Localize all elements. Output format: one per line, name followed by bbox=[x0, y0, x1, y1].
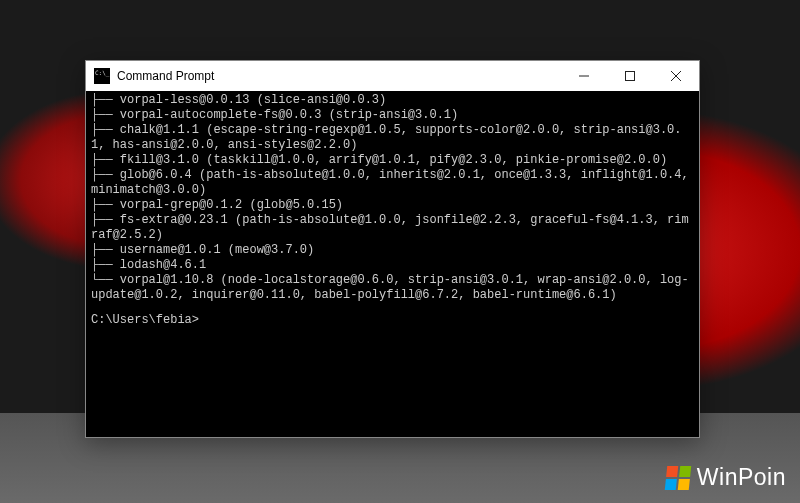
terminal-line: ├── glob@6.0.4 (path-is-absolute@1.0.0, … bbox=[91, 168, 694, 198]
terminal-line: ├── vorpal-autocomplete-fs@0.0.3 (strip-… bbox=[91, 108, 694, 123]
close-button[interactable] bbox=[653, 61, 699, 91]
maximize-button[interactable] bbox=[607, 61, 653, 91]
terminal-line: ├── fs-extra@0.23.1 (path-is-absolute@1.… bbox=[91, 213, 694, 243]
winpoin-logo-icon bbox=[665, 466, 692, 490]
terminal-line: ├── chalk@1.1.1 (escape-string-regexp@1.… bbox=[91, 123, 694, 153]
maximize-icon bbox=[625, 71, 635, 81]
window-controls bbox=[561, 61, 699, 91]
command-prompt-window: Command Prompt ├── vorpal-less@0.0.13 (s… bbox=[85, 60, 700, 438]
window-title: Command Prompt bbox=[117, 69, 214, 83]
terminal-line: └── vorpal@1.10.8 (node-localstorage@0.6… bbox=[91, 273, 694, 303]
watermark: WinPoin bbox=[666, 464, 786, 491]
watermark-text: WinPoin bbox=[697, 464, 786, 491]
cmd-icon bbox=[94, 68, 110, 84]
close-icon bbox=[671, 71, 681, 81]
svg-rect-1 bbox=[626, 72, 635, 81]
titlebar[interactable]: Command Prompt bbox=[86, 61, 699, 91]
terminal-line: ├── fkill@3.1.0 (taskkill@1.0.0, arrify@… bbox=[91, 153, 694, 168]
terminal-line: ├── vorpal-grep@0.1.2 (glob@5.0.15) bbox=[91, 198, 694, 213]
minimize-button[interactable] bbox=[561, 61, 607, 91]
minimize-icon bbox=[579, 71, 589, 81]
terminal-line: ├── vorpal-less@0.0.13 (slice-ansi@0.0.3… bbox=[91, 93, 694, 108]
terminal-output[interactable]: ├── vorpal-less@0.0.13 (slice-ansi@0.0.3… bbox=[86, 91, 699, 437]
terminal-prompt[interactable]: C:\Users\febia> bbox=[91, 313, 694, 328]
terminal-line: ├── lodash@4.6.1 bbox=[91, 258, 694, 273]
terminal-line: ├── username@1.0.1 (meow@3.7.0) bbox=[91, 243, 694, 258]
